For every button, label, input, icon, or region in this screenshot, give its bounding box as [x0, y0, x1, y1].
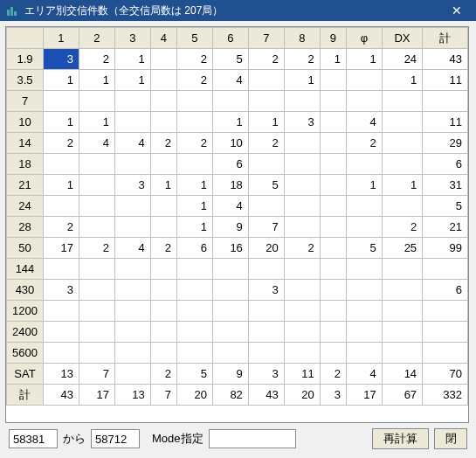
col-header[interactable]: 計	[423, 28, 468, 49]
grid-cell[interactable]	[346, 70, 382, 91]
grid-cell[interactable]	[212, 343, 248, 364]
grid-cell[interactable]: 43	[44, 385, 79, 406]
grid-cell[interactable]: 2	[320, 364, 346, 385]
grid-cell[interactable]	[79, 91, 114, 112]
grid-cell[interactable]: 9	[212, 364, 248, 385]
grid-cell[interactable]: 17	[44, 238, 79, 259]
grid-cell[interactable]	[346, 280, 382, 301]
grid-cell[interactable]: 5	[346, 238, 382, 259]
grid-cell[interactable]	[44, 343, 79, 364]
grid-cell[interactable]	[320, 112, 346, 133]
grid-cell[interactable]	[150, 112, 176, 133]
grid-cell[interactable]: 9	[212, 217, 248, 238]
grid-cell[interactable]: 6	[423, 154, 468, 175]
grid-cell[interactable]: 31	[423, 175, 468, 196]
grid-cell[interactable]	[150, 49, 176, 70]
grid-cell[interactable]	[114, 364, 150, 385]
close-dialog-button[interactable]: 閉	[434, 428, 467, 449]
col-header[interactable]: 8	[284, 28, 320, 49]
grid-cell[interactable]	[284, 259, 320, 280]
grid-cell[interactable]	[320, 238, 346, 259]
grid-cell[interactable]: 1	[382, 175, 422, 196]
grid-cell[interactable]	[176, 280, 212, 301]
grid-cell[interactable]	[248, 301, 284, 322]
grid-cell[interactable]	[284, 154, 320, 175]
recalc-button[interactable]: 再計算	[372, 428, 429, 449]
grid-cell[interactable]: 3	[114, 175, 150, 196]
grid-cell[interactable]: 2	[248, 49, 284, 70]
grid-cell[interactable]: 11	[284, 364, 320, 385]
grid-cell[interactable]	[44, 91, 79, 112]
grid-cell[interactable]	[284, 91, 320, 112]
grid-cell[interactable]	[320, 133, 346, 154]
grid-cell[interactable]: 7	[79, 364, 114, 385]
grid-cell[interactable]	[44, 301, 79, 322]
grid-cell[interactable]	[320, 91, 346, 112]
grid-cell[interactable]: 21	[423, 217, 468, 238]
row-header[interactable]: 18	[7, 154, 44, 175]
grid-cell[interactable]	[284, 280, 320, 301]
grid-cell[interactable]: 3	[320, 385, 346, 406]
row-header[interactable]: 14	[7, 133, 44, 154]
grid-cell[interactable]	[382, 280, 422, 301]
grid-cell[interactable]	[212, 259, 248, 280]
grid-cell[interactable]	[212, 322, 248, 343]
grid-cell[interactable]	[382, 196, 422, 217]
grid-cell[interactable]	[382, 154, 422, 175]
grid-cell[interactable]	[150, 301, 176, 322]
grid-cell[interactable]: 5	[423, 196, 468, 217]
grid-cell[interactable]	[114, 280, 150, 301]
grid-cell[interactable]: 2	[176, 70, 212, 91]
col-header[interactable]: 7	[248, 28, 284, 49]
grid-cell[interactable]: 1	[114, 49, 150, 70]
grid-cell[interactable]	[320, 343, 346, 364]
grid-cell[interactable]	[346, 259, 382, 280]
grid-cell[interactable]	[79, 175, 114, 196]
grid-cell[interactable]	[382, 343, 422, 364]
grid-cell[interactable]	[320, 70, 346, 91]
grid-cell[interactable]	[150, 154, 176, 175]
mode-input[interactable]	[209, 429, 296, 448]
grid-cell[interactable]: 99	[423, 238, 468, 259]
grid-cell[interactable]: 6	[176, 238, 212, 259]
grid-cell[interactable]	[248, 259, 284, 280]
grid-cell[interactable]: 17	[346, 385, 382, 406]
grid-cell[interactable]	[248, 154, 284, 175]
grid-cell[interactable]	[320, 301, 346, 322]
grid-cell[interactable]	[284, 175, 320, 196]
grid-cell[interactable]	[248, 70, 284, 91]
grid-cell[interactable]: 11	[423, 70, 468, 91]
grid-cell[interactable]	[212, 301, 248, 322]
grid-cell[interactable]	[284, 217, 320, 238]
grid-cell[interactable]: 20	[176, 385, 212, 406]
grid-cell[interactable]: 3	[44, 280, 79, 301]
grid-cell[interactable]: 7	[248, 217, 284, 238]
row-header[interactable]: 1.9	[7, 49, 44, 70]
grid-cell[interactable]	[382, 322, 422, 343]
grid-cell[interactable]	[423, 343, 468, 364]
grid-cell[interactable]: 13	[114, 385, 150, 406]
grid-cell[interactable]	[382, 301, 422, 322]
grid-cell[interactable]: 2	[382, 217, 422, 238]
grid-cell[interactable]	[114, 91, 150, 112]
grid-cell[interactable]: 29	[423, 133, 468, 154]
grid-cell[interactable]: 2	[79, 238, 114, 259]
grid-cell[interactable]: 2	[150, 238, 176, 259]
grid-cell[interactable]	[346, 196, 382, 217]
grid-cell[interactable]	[176, 112, 212, 133]
grid-cell[interactable]: 1	[320, 49, 346, 70]
grid-cell[interactable]: 3	[284, 112, 320, 133]
grid-cell[interactable]	[248, 322, 284, 343]
grid-cell[interactable]	[176, 259, 212, 280]
grid-cell[interactable]	[346, 301, 382, 322]
grid-cell[interactable]: 2	[176, 49, 212, 70]
col-header[interactable]: 2	[79, 28, 114, 49]
row-header[interactable]: 24	[7, 196, 44, 217]
grid-cell[interactable]	[346, 217, 382, 238]
grid-cell[interactable]	[79, 322, 114, 343]
grid-cell[interactable]: 4	[114, 238, 150, 259]
grid-cell[interactable]: 18	[212, 175, 248, 196]
grid-cell[interactable]	[176, 343, 212, 364]
col-header[interactable]: 1	[44, 28, 79, 49]
row-header[interactable]: 5600	[7, 343, 44, 364]
